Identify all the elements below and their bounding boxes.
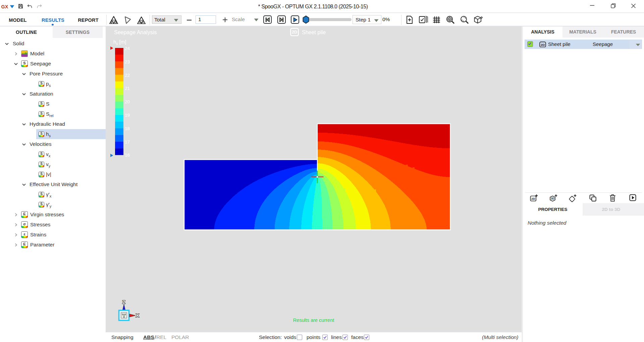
svg-text:2D: 2D <box>541 43 545 46</box>
svg-text:2D: 2D <box>531 197 535 201</box>
svg-text:3D: 3D <box>551 197 554 200</box>
svg-text:Z: Z <box>122 299 125 305</box>
svg-text:2D: 2D <box>292 30 297 35</box>
